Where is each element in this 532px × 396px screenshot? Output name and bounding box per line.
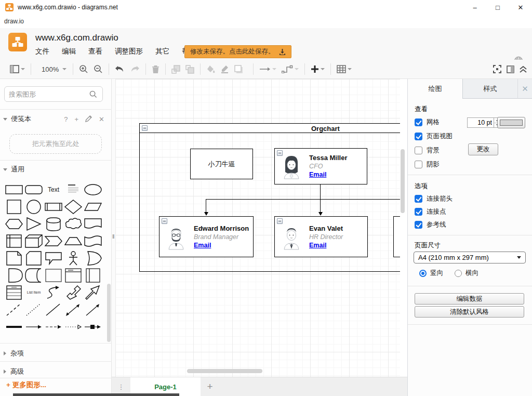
email-link[interactable]: Email xyxy=(309,170,347,179)
shape-text[interactable]: Text xyxy=(44,181,63,198)
section-misc[interactable]: 杂项 xyxy=(0,347,112,360)
shape-dashed-arrow[interactable] xyxy=(44,318,63,335)
close-icon[interactable]: ✕ xyxy=(509,0,532,15)
shape-line[interactable] xyxy=(44,301,63,318)
edit-pencil-icon[interactable] xyxy=(85,115,92,122)
zoom-in-icon[interactable] xyxy=(76,62,91,76)
zoom-level[interactable]: 100% xyxy=(34,65,61,73)
collapse-minus-icon[interactable] xyxy=(277,218,283,224)
background-checkbox-row[interactable]: 背景 xyxy=(415,146,440,155)
waypoint-style-button[interactable] xyxy=(279,62,301,76)
add-page-icon[interactable]: + xyxy=(201,377,219,396)
insert-button[interactable] xyxy=(308,62,327,76)
shape-internal-storage[interactable] xyxy=(4,232,24,249)
more-shapes-link[interactable]: + 更多图形... xyxy=(6,380,46,390)
shape-tape[interactable] xyxy=(83,232,103,249)
shape-actor[interactable] xyxy=(63,249,83,267)
section-general[interactable]: 通用 xyxy=(0,163,112,176)
connection-points-checkbox[interactable] xyxy=(415,208,422,216)
shape-card[interactable] xyxy=(24,249,44,267)
background-checkbox[interactable] xyxy=(415,147,422,154)
line-color-icon[interactable] xyxy=(218,62,232,76)
connector-to-evan[interactable] xyxy=(320,199,321,212)
undo-icon[interactable] xyxy=(112,62,127,76)
shape-cube[interactable] xyxy=(24,232,44,249)
collapse-minus-icon[interactable] xyxy=(142,125,148,131)
shape-step[interactable] xyxy=(44,232,63,249)
shape-square[interactable] xyxy=(4,198,24,215)
shape-list[interactable] xyxy=(4,284,24,301)
shape-cylinder[interactable] xyxy=(44,215,63,232)
shape-bidirectional-connector[interactable] xyxy=(63,301,83,318)
shape-or[interactable] xyxy=(83,249,103,267)
table-button[interactable] xyxy=(334,62,354,76)
grid-checkbox[interactable] xyxy=(415,118,422,126)
section-advanced[interactable]: 高级 xyxy=(0,365,112,378)
shape-trapezoid[interactable] xyxy=(63,232,83,249)
shape-note[interactable] xyxy=(4,249,24,267)
email-link[interactable]: Email xyxy=(194,241,249,249)
shape-search[interactable] xyxy=(4,86,103,102)
shape-rectangle[interactable] xyxy=(4,181,24,198)
node-partial[interactable] xyxy=(393,216,400,257)
shape-parallelogram[interactable] xyxy=(83,198,103,215)
drawing-canvas[interactable]: Orgchart 小刀牛逼 Tessa Miller xyxy=(115,79,400,377)
collapse-minus-icon[interactable] xyxy=(162,218,167,224)
view-panels-button[interactable] xyxy=(7,62,28,76)
shape-vertical-container[interactable] xyxy=(83,267,103,284)
horizontal-scrollbar[interactable] xyxy=(187,369,262,373)
shape-container[interactable] xyxy=(44,267,63,284)
shape-directional-connector[interactable] xyxy=(83,301,103,318)
shape-dashed-line[interactable] xyxy=(4,301,24,318)
shape-arrow[interactable] xyxy=(24,318,44,335)
shape-cloud[interactable] xyxy=(63,215,83,232)
clear-default-style-button[interactable]: 清除默认风格 xyxy=(415,306,524,318)
grid-size-input[interactable] xyxy=(467,117,494,128)
format-panel-icon[interactable] xyxy=(507,65,514,73)
tab-diagram[interactable]: 绘图 xyxy=(408,79,463,99)
guides-checkbox[interactable] xyxy=(415,221,422,229)
menu-view[interactable]: 查看 xyxy=(88,47,102,56)
fullscreen-icon[interactable] xyxy=(493,65,501,73)
redo-icon[interactable] xyxy=(127,62,142,76)
format-close-icon[interactable]: ✕ xyxy=(518,79,532,99)
node-edward[interactable]: Edward Morrison Brand Manager Email xyxy=(159,216,254,257)
scratchpad-help-icon[interactable]: ? xyxy=(64,115,68,123)
menu-arrange[interactable]: 调整图形 xyxy=(115,47,143,56)
tab-style[interactable]: 样式 xyxy=(463,79,518,99)
zoom-out-icon[interactable] xyxy=(91,62,105,76)
to-front-icon[interactable] xyxy=(169,62,183,76)
drawio-menu[interactable]: draw.io xyxy=(4,18,24,25)
shape-and[interactable] xyxy=(4,267,24,284)
shape-callout[interactable] xyxy=(44,249,63,267)
shape-diamond[interactable] xyxy=(63,198,83,215)
shape-document[interactable] xyxy=(83,215,103,232)
shape-curve[interactable] xyxy=(44,284,63,301)
connection-arrows-checkbox[interactable] xyxy=(415,195,422,203)
sidebar-scrollbar[interactable] xyxy=(107,284,111,342)
collapse-toolbar-icon[interactable] xyxy=(520,66,527,73)
panel-collapse-grip[interactable]: ‖ xyxy=(112,233,115,240)
shape-data-storage[interactable] xyxy=(24,267,44,284)
shape-process[interactable] xyxy=(44,198,63,215)
email-link[interactable]: Email xyxy=(309,241,343,249)
edit-data-button[interactable]: 编辑数据 xyxy=(415,293,524,305)
scratchpad-close-icon[interactable]: ✕ xyxy=(99,115,104,123)
page-size-select[interactable]: A4 (210 mm x 297 mm) xyxy=(414,252,526,263)
connection-style-button[interactable] xyxy=(257,62,279,76)
shape-ellipse[interactable] xyxy=(83,181,103,198)
shape-circle[interactable] xyxy=(24,198,44,215)
zoom-caret-icon[interactable] xyxy=(62,68,66,70)
shape-hexagon[interactable] xyxy=(4,215,24,232)
shape-bidirectional-arrow[interactable] xyxy=(63,284,83,301)
menu-extras[interactable]: 其它 xyxy=(155,47,169,56)
connector-horizontal[interactable] xyxy=(206,199,400,200)
guides-row[interactable]: 参考线 xyxy=(415,220,446,229)
shadow-checkbox-row[interactable]: 阴影 xyxy=(415,160,440,169)
shape-textbox[interactable] xyxy=(63,181,83,198)
vertical-scrollbar[interactable] xyxy=(401,149,405,213)
portrait-option[interactable]: 竖向 xyxy=(419,269,443,278)
delete-icon[interactable] xyxy=(149,62,162,76)
shape-arrow-shape[interactable] xyxy=(83,284,103,301)
page-view-checkbox-row[interactable]: 页面视图 xyxy=(415,132,453,141)
